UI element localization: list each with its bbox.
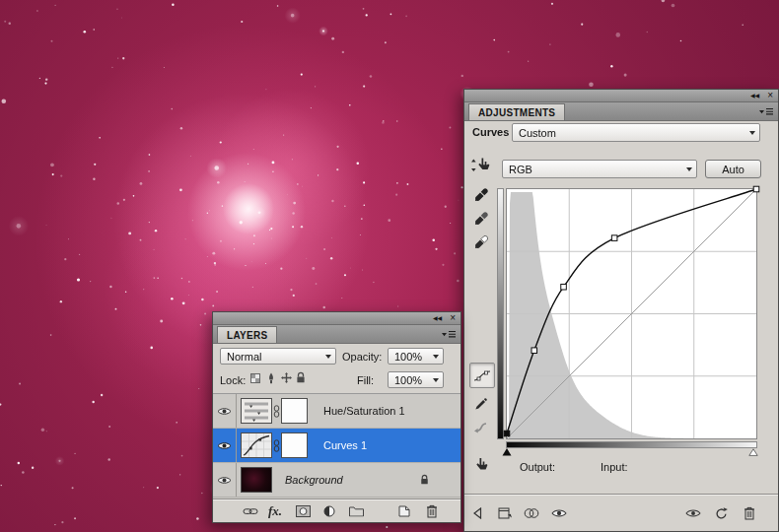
layers-panel: ◀◀ × LAYERS Normal Opacity: 100% Lock: <box>212 311 461 523</box>
lock-label: Lock: <box>220 374 246 387</box>
layer-name[interactable]: Curves 1 <box>323 439 367 451</box>
chevron-down-icon <box>433 355 439 362</box>
hue-saturation-thumbnail[interactable] <box>241 398 272 424</box>
layer-style-button[interactable]: fx. <box>268 504 282 518</box>
adjustments-tabstrip: ADJUSTMENTS <box>464 102 778 121</box>
layer-name[interactable]: Hue/Saturation 1 <box>323 405 405 417</box>
eye-icon <box>217 441 232 450</box>
white-point-slider[interactable] <box>748 448 758 456</box>
blend-mode-value: Normal <box>227 351 321 363</box>
curves-thumbnail[interactable] <box>241 432 272 458</box>
expanded-view-button[interactable] <box>498 506 513 519</box>
visibility-toggle[interactable] <box>213 429 237 462</box>
new-layer-button[interactable] <box>398 504 410 517</box>
layer-mask-thumbnail[interactable] <box>281 432 308 458</box>
toggle-visibility-button[interactable] <box>551 508 567 518</box>
return-to-adjustment-list-button[interactable] <box>472 506 482 519</box>
collapse-to-icons-button[interactable]: ◀◀ <box>433 315 442 321</box>
link-layers-button[interactable] <box>243 506 258 516</box>
layer-row-background[interactable]: Background <box>213 463 460 498</box>
edit-points-mode-button[interactable] <box>469 363 495 388</box>
mask-link-icon <box>273 439 280 452</box>
channel-value: RGB <box>509 164 682 175</box>
fill-label: Fill: <box>357 374 374 387</box>
on-image-adjustment-hand-icon[interactable] <box>473 457 489 473</box>
fill-value: 100% <box>394 374 429 386</box>
layers-footer: fx. <box>213 499 460 522</box>
mask-link-icon <box>273 405 280 418</box>
output-label: Output: <box>520 461 555 474</box>
view-previous-state-button[interactable] <box>685 508 701 518</box>
layer-row-hue-saturation[interactable]: Hue/Saturation 1 <box>213 394 460 429</box>
curves-preset-value: Custom <box>519 127 745 139</box>
black-point-slider[interactable] <box>502 448 512 456</box>
smooth-curve-button[interactable] <box>473 422 488 434</box>
curve-grid[interactable] <box>506 188 757 439</box>
curves-title: Curves <box>472 126 509 139</box>
close-panel-button[interactable]: × <box>767 91 773 100</box>
delete-adjustment-button[interactable] <box>744 506 755 520</box>
adjustments-panel: ◀◀ × ADJUSTMENTS Curves Custom RGB Auto <box>463 89 779 532</box>
blend-mode-dropdown[interactable]: Normal <box>220 348 336 365</box>
layer-name[interactable]: Background <box>285 474 343 486</box>
layers-panel-body: Normal Opacity: 100% Lock: Fill: 100% <box>213 344 460 522</box>
add-layer-mask-button[interactable] <box>296 505 311 517</box>
collapse-to-icons-button[interactable]: ◀◀ <box>750 93 759 99</box>
draw-curve-pencil-button[interactable] <box>474 398 487 411</box>
chevron-down-icon <box>686 167 692 174</box>
close-panel-button[interactable]: × <box>450 313 456 323</box>
new-group-button[interactable] <box>349 505 364 516</box>
eye-icon <box>217 476 232 485</box>
layer-row-curves[interactable]: Curves 1 <box>213 429 460 463</box>
eye-icon <box>217 407 232 416</box>
chevron-down-icon <box>325 355 331 362</box>
lock-position-icon[interactable] <box>281 372 292 383</box>
tab-layers[interactable]: LAYERS <box>217 326 277 343</box>
opacity-value-box[interactable]: 100% <box>388 348 444 365</box>
opacity-value: 100% <box>394 351 429 363</box>
lock-transparency-icon[interactable] <box>250 373 260 383</box>
gray-point-eyedropper-icon[interactable] <box>474 212 488 226</box>
black-point-eyedropper-icon[interactable] <box>474 188 488 202</box>
panel-menu-icon[interactable] <box>442 330 456 339</box>
opacity-label: Opacity: <box>342 351 382 364</box>
input-label: Input: <box>601 461 628 474</box>
layer-mask-thumbnail[interactable] <box>281 398 308 424</box>
output-gradient-bar <box>497 188 504 439</box>
targeted-adjustment-tool-button[interactable] <box>470 157 493 174</box>
background-thumbnail[interactable] <box>241 467 272 493</box>
adjustments-panel-body: Curves Custom RGB Auto <box>464 121 778 531</box>
panel-menu-icon[interactable] <box>759 107 773 116</box>
adjustments-chrome-bar: ◀◀ × <box>464 90 778 102</box>
visibility-toggle[interactable] <box>213 463 237 497</box>
tab-adjustments[interactable]: ADJUSTMENTS <box>468 103 565 120</box>
reset-button[interactable] <box>715 506 728 519</box>
fill-value-box[interactable]: 100% <box>388 371 444 388</box>
layers-tabstrip: LAYERS <box>213 325 460 344</box>
delete-layer-button[interactable] <box>426 504 438 518</box>
clip-to-layer-button[interactable] <box>524 507 539 519</box>
input-gradient-bar <box>506 441 757 448</box>
white-point-eyedropper-icon[interactable] <box>474 235 488 249</box>
layer-locked-icon <box>420 474 429 486</box>
lock-all-icon[interactable] <box>296 371 306 384</box>
lock-pixels-icon[interactable] <box>266 372 276 384</box>
channel-dropdown[interactable]: RGB <box>502 160 697 178</box>
new-adjustment-layer-button[interactable] <box>323 505 335 517</box>
auto-button[interactable]: Auto <box>705 160 761 178</box>
chevron-down-icon <box>433 378 439 385</box>
visibility-toggle[interactable] <box>213 394 237 428</box>
curves-preset-dropdown[interactable]: Custom <box>512 123 760 142</box>
adjustments-footer <box>464 494 778 531</box>
layer-list: Hue/Saturation 1 Curves 1 <box>213 393 460 499</box>
chevron-down-icon <box>749 131 755 138</box>
layers-chrome-bar: ◀◀ × <box>213 312 460 325</box>
